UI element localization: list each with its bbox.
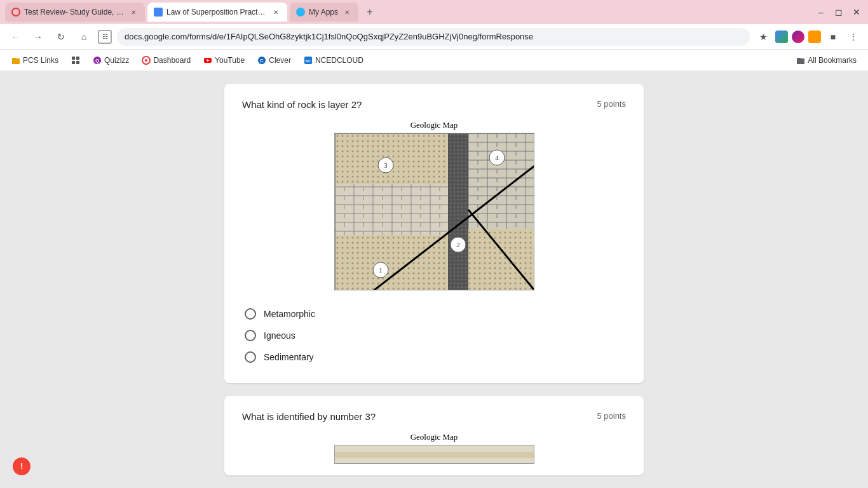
bookmark-pcs-label: PCS Links	[23, 56, 58, 65]
extensions-puzzle-icon[interactable]: ■	[825, 29, 841, 45]
bookmark-clever-label: Clever	[269, 56, 291, 65]
title-bar: Test Review- Study Guide, Quiz... ✕ Law …	[0, 0, 868, 24]
tab-test-review[interactable]: Test Review- Study Guide, Quiz... ✕	[5, 3, 145, 22]
bookmark-dashboard-label: Dashboard	[153, 56, 191, 65]
dashboard-icon	[142, 56, 151, 65]
svg-rect-17	[797, 58, 801, 60]
quizizz-icon: Q	[93, 56, 102, 65]
geo-map-title-1: Geologic Map	[410, 120, 458, 130]
svg-rect-50	[335, 452, 534, 458]
chrome-menu-icon[interactable]: ⋮	[845, 29, 862, 45]
view-source-button[interactable]: ☷	[98, 30, 112, 44]
svg-text:NC: NC	[306, 59, 311, 63]
page-content: What kind of rock is layer 2? 5 points G…	[0, 71, 868, 488]
radio-circle-metamorphic[interactable]	[245, 308, 256, 320]
bookmark-quizizz-label: Quizizz	[104, 56, 129, 65]
tab3-title: My Apps	[309, 8, 338, 17]
bookmark-ncedcloud[interactable]: NC NCEDCLOUD	[299, 53, 369, 67]
radio-label-igneous: Igneous	[264, 330, 295, 341]
tab2-favicon	[154, 8, 163, 17]
svg-rect-3	[76, 57, 79, 60]
geo-map-image-1: 3 4 2 1	[334, 133, 534, 290]
address-bar: ← → ↻ ⌂ ☷ ★ ■ ⋮	[0, 24, 868, 50]
geo-map-container-1: Geologic Map	[242, 120, 626, 290]
ncedcloud-icon: NC	[304, 56, 313, 65]
home-button[interactable]: ⌂	[75, 28, 93, 46]
question-2-points: 5 points	[597, 411, 626, 421]
radio-circle-sedimentary[interactable]	[245, 351, 256, 363]
tab2-close[interactable]: ✕	[271, 7, 281, 17]
question-1-header: What kind of rock is layer 2? 5 points	[242, 99, 626, 110]
bookmark-youtube[interactable]: YouTube	[198, 53, 250, 67]
bookmark-youtube-label: YouTube	[215, 56, 245, 65]
bookmarks-folder-icon	[796, 56, 805, 65]
svg-point-9	[145, 59, 147, 62]
svg-rect-27	[335, 133, 462, 184]
address-bar-icons: ★ ■ ⋮	[755, 29, 862, 45]
tab-law-superposition[interactable]: Law of Superposition Practice ✕	[147, 3, 287, 22]
grid-icon	[71, 56, 80, 65]
radio-label-metamorphic: Metamorphic	[264, 309, 315, 319]
all-bookmarks-label: All Bookmarks	[808, 56, 857, 65]
bookmark-pcs-links[interactable]: PCS Links	[6, 53, 64, 67]
svg-rect-34	[468, 229, 534, 290]
svg-rect-38	[448, 133, 468, 290]
svg-rect-25	[335, 184, 462, 235]
bookmark-clever[interactable]: C Clever	[252, 53, 296, 67]
notification-dot[interactable]: !	[13, 458, 31, 475]
extension-icon-1[interactable]	[775, 30, 788, 43]
bookmark-grid[interactable]	[66, 53, 85, 67]
question-card-2: What is identified by number 3? 5 points…	[224, 396, 644, 475]
geo-map-title-2: Geologic Map	[410, 432, 458, 442]
clever-icon: C	[257, 56, 266, 65]
all-bookmarks-button[interactable]: All Bookmarks	[791, 53, 862, 67]
svg-text:C: C	[260, 58, 264, 64]
svg-text:1: 1	[379, 266, 383, 274]
tab2-title: Law of Superposition Practice	[166, 8, 267, 17]
radio-circle-igneous[interactable]	[245, 330, 256, 341]
tab1-close[interactable]: ✕	[128, 7, 139, 17]
radio-option-metamorphic[interactable]: Metamorphic	[242, 303, 626, 325]
svg-text:4: 4	[495, 154, 499, 161]
svg-text:3: 3	[384, 161, 388, 169]
question-2-header: What is identified by number 3? 5 points	[242, 411, 626, 422]
extension-icon-3[interactable]	[808, 30, 821, 43]
svg-rect-21	[335, 235, 462, 290]
new-tab-button[interactable]: +	[361, 3, 379, 21]
geo-map-svg-partial	[335, 445, 534, 464]
close-button[interactable]: ✕	[850, 7, 863, 17]
bookmarks-right: All Bookmarks	[791, 53, 862, 67]
tab-my-apps[interactable]: My Apps ✕	[290, 3, 358, 22]
question-card-1: What kind of rock is layer 2? 5 points G…	[224, 84, 644, 383]
radio-label-sedimentary: Sedimentary	[264, 352, 314, 362]
minimize-button[interactable]: –	[815, 7, 827, 17]
url-input[interactable]	[117, 28, 750, 46]
svg-rect-2	[72, 57, 75, 60]
question-2-text: What is identified by number 3?	[242, 411, 376, 422]
tab3-close[interactable]: ✕	[342, 7, 352, 17]
notif-label: !	[20, 462, 23, 471]
geo-map-partial	[334, 445, 534, 464]
forward-button[interactable]: →	[29, 28, 47, 46]
bookmark-quizizz[interactable]: Q Quizizz	[88, 53, 134, 67]
restore-button[interactable]: ◻	[832, 7, 845, 17]
svg-rect-5	[76, 61, 79, 64]
geo-map-container-2: Geologic Map	[242, 432, 626, 464]
extension-icon-2[interactable]	[792, 30, 804, 43]
question-1-points: 5 points	[597, 99, 626, 109]
folder-icon	[11, 56, 20, 65]
geo-map-svg-1: 3 4 2 1	[335, 133, 534, 290]
tab3-favicon	[296, 8, 305, 17]
tab1-favicon	[11, 8, 20, 17]
youtube-icon	[203, 56, 212, 65]
radio-option-sedimentary[interactable]: Sedimentary	[242, 346, 626, 368]
bookmark-star-icon[interactable]: ★	[755, 29, 771, 45]
bookmark-dashboard[interactable]: Dashboard	[137, 53, 196, 67]
bookmark-ncedcloud-label: NCEDCLOUD	[315, 56, 363, 65]
window-controls: – ◻ ✕	[815, 7, 863, 17]
tab1-title: Test Review- Study Guide, Quiz...	[24, 8, 125, 17]
radio-option-igneous[interactable]: Igneous	[242, 325, 626, 346]
back-button[interactable]: ←	[6, 28, 24, 46]
refresh-button[interactable]: ↻	[52, 28, 70, 46]
bookmarks-bar: PCS Links Q Quizizz Dashboard YouTube	[0, 50, 868, 71]
